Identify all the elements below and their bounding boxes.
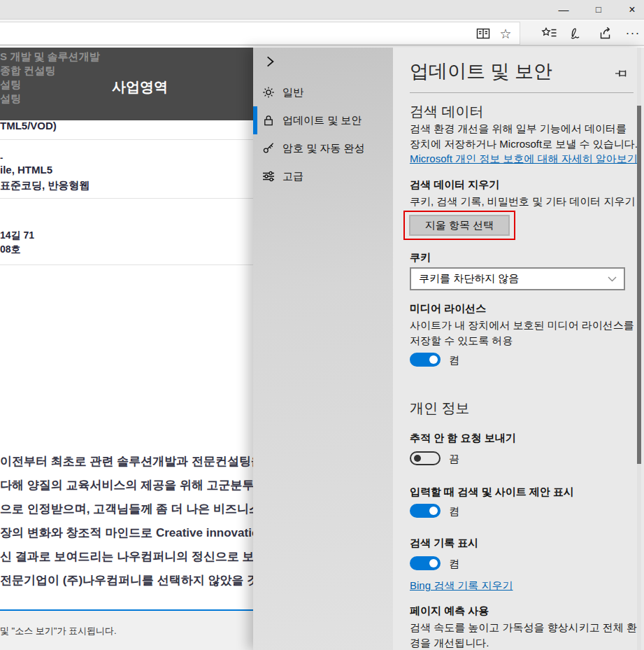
desc-line: 검색 속도를 높이고 가독성을 향상시키고 전체 환 [410,620,637,635]
page-text: ile, HTML5 [0,164,52,176]
page-prediction-label: 페이지 예측 사용 [410,605,489,618]
browsing-data-desc: 검색 환경 개선을 위해 일부 기능에서 데이터를 장치에 저장하거나 Micr… [410,121,638,152]
desc-line: 검색 환경 개선을 위해 일부 기능에서 데이터를 [410,121,638,136]
annotation-red-box: 지울 항목 선택 [403,211,515,240]
reading-view-icon[interactable] [475,26,492,41]
bing-clear-history-link[interactable]: Bing 검색 기록 지우기 [410,579,513,593]
settings-nav: 일반 업데이트 및 보안 [253,48,393,650]
clear-browsing-data-desc: 쿠키, 검색 기록, 비밀번호 및 기타 데이터 지우기 [410,194,636,209]
content-area: S 개발 및 솔루션개발 종합 컨설팅 설팅 설팅 사업영역 TML5/VOD)… [0,48,644,650]
webpage-dark-header: S 개발 및 솔루션개발 종합 컨설팅 설팅 설팅 사업영역 [0,48,253,120]
edge-browser-window: — □ × ☆ [0,0,644,650]
toggle-state-label: 켬 [449,354,459,367]
title-bar: — □ × [0,0,644,20]
sliders-icon [262,170,275,183]
sidebar-item-label: 업데이트 및 보안 [282,114,362,127]
sidebar-item-advanced[interactable]: 고급 [253,162,393,190]
media-licenses-desc: 사이트가 내 장치에서 보호된 미디어 라이선스를 저장할 수 있도록 허용 [410,318,634,348]
page-prediction-desc: 검색 속도를 높이고 가독성을 향상시키고 전체 환 경을 개선됩니다. [410,620,637,650]
toggle-knob [429,507,438,515]
choose-what-to-clear-button[interactable]: 지울 항목 선택 [409,215,510,236]
search-suggestions-label: 입력할 때 검색 및 사이트 제안 표시 [410,486,574,499]
page-text: 표준코딩, 반응형웹 [0,179,90,192]
minimize-button[interactable]: — [552,0,575,19]
page-text: 08호 [0,243,21,256]
page-text: - [0,153,3,163]
cookies-dropdown-value: 쿠키를 차단하지 않음 [419,272,519,285]
page-notification-bar: 및 "소스 보기"가 표시됩니다. [0,611,253,650]
page-text: TML5/VOD) [0,120,57,132]
sidebar-item-label: 암호 및 자동 완성 [282,142,365,155]
webpage: S 개발 및 솔루션개발 종합 컨설팅 설팅 설팅 사업영역 TML5/VOD)… [0,48,253,650]
settings-flyout: 일반 업데이트 및 보안 [253,48,644,650]
divider [410,92,634,93]
cookies-dropdown[interactable]: 쿠키를 차단하지 않음 [410,267,625,290]
toggle-knob [429,559,438,567]
paragraph-line: 전문기업이 (주)나우컴퍼니를 선택하지 않았을 것입니 [0,569,253,593]
sidebar-item-general[interactable]: 일반 [253,78,393,106]
media-licenses-toggle[interactable] [410,353,441,367]
toggle-knob [429,355,438,364]
page-paragraph: 이전부터 최초로 관련 솔루션개발과 전문컨설팅을 시작 다해 양질의 교육서비… [0,450,253,593]
divider [0,198,253,199]
sidebar-item-passwords[interactable]: 암호 및 자동 완성 [253,134,393,162]
toggle-state-label: 끔 [449,453,459,466]
do-not-track-label: 추적 안 함 요청 보내기 [410,432,516,445]
paragraph-line: 다해 양질의 교육서비스의 제공을 위해 고군분투해 왔 [0,474,253,497]
browser-toolbar: ☆ ··· [0,20,644,46]
favorite-star-icon[interactable]: ☆ [497,26,514,41]
paragraph-line: 으로 인정받으며, 고객님들께 좀 더 나은 비즈니스 환경 [0,497,253,521]
browsing-data-heading: 검색 데이터 [410,102,484,121]
do-not-track-toggle[interactable] [410,451,441,465]
chevron-down-icon [608,276,617,282]
web-note-ink-icon[interactable] [566,24,585,41]
toggle-state-label: 켬 [449,558,459,571]
share-icon[interactable] [596,24,615,41]
divider [0,264,253,265]
header-fragment: 설팅 [0,92,21,106]
media-licenses-label: 미디어 라이선스 [410,302,486,316]
close-button[interactable]: × [621,0,643,19]
search-history-label: 검색 기록 표시 [410,537,478,550]
settings-panel: 업데이트 및 보안 검색 데이터 검색 환경 개선을 위해 일부 기능에서 데이… [393,48,644,650]
clear-browsing-data-label: 검색 데이터 지우기 [410,178,499,192]
scrollbar-thumb[interactable] [637,106,641,464]
pin-icon[interactable] [615,69,630,78]
paragraph-line: 신 결과로 보여드리는 나우컴퍼니의 정신으로 보답하겠 [0,545,253,569]
gear-icon [262,86,275,99]
paragraph-line: 장의 변화와 창조적 마인드로 Creative innovation을 [0,521,253,545]
header-fragment: 종합 컨설팅 [0,64,55,78]
toggle-state-label: 켬 [449,505,459,518]
page-text: 14길 71 [0,229,34,242]
privacy-learn-more-link[interactable]: Microsoft 개인 정보 보호에 대해 자세히 알아보기 [410,153,638,166]
desc-line: 저장할 수 있도록 허용 [410,333,634,348]
privacy-heading: 개인 정보 [410,399,470,418]
webpage-section-title: 사업영역 [84,78,196,97]
key-icon [262,142,275,155]
notification-text: 및 "소스 보기"가 표시됩니다. [0,625,117,637]
address-bar[interactable]: ☆ [0,22,520,45]
cookies-label: 쿠키 [410,251,431,264]
chevron-right-icon[interactable] [263,55,277,69]
hub-favorites-icon[interactable] [540,24,558,41]
sidebar-item-label: 일반 [282,86,303,99]
header-fragment: S 개발 및 솔루션개발 [0,50,100,64]
divider [0,139,253,140]
search-history-toggle[interactable] [410,556,441,570]
desc-line: 장치에 저장하거나 Microsoft로 보낼 수 있습니다. [410,136,638,152]
toggle-knob [414,455,421,462]
desc-line: 경을 개선됩니다. [410,635,637,650]
header-fragment: 설팅 [0,78,21,92]
settings-title: 업데이트 및 보안 [410,59,552,84]
paragraph-line: 이전부터 최초로 관련 솔루션개발과 전문컨설팅을 시작 [0,450,253,474]
desc-line: 사이트가 내 장치에서 보호된 미디어 라이선스를 [410,318,634,333]
more-actions-icon[interactable]: ··· [624,24,642,41]
search-suggestions-toggle[interactable] [410,504,441,518]
lock-icon [262,114,275,127]
sidebar-item-update-security[interactable]: 업데이트 및 보안 [253,106,393,134]
maximize-button[interactable]: □ [587,0,610,19]
sidebar-item-label: 고급 [282,170,303,183]
